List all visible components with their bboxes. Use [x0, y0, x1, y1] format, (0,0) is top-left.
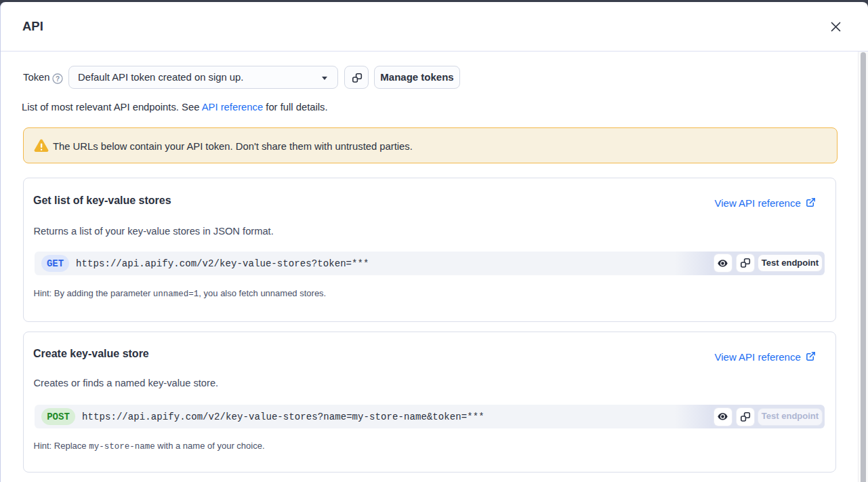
svg-text:?: ?	[55, 75, 59, 82]
